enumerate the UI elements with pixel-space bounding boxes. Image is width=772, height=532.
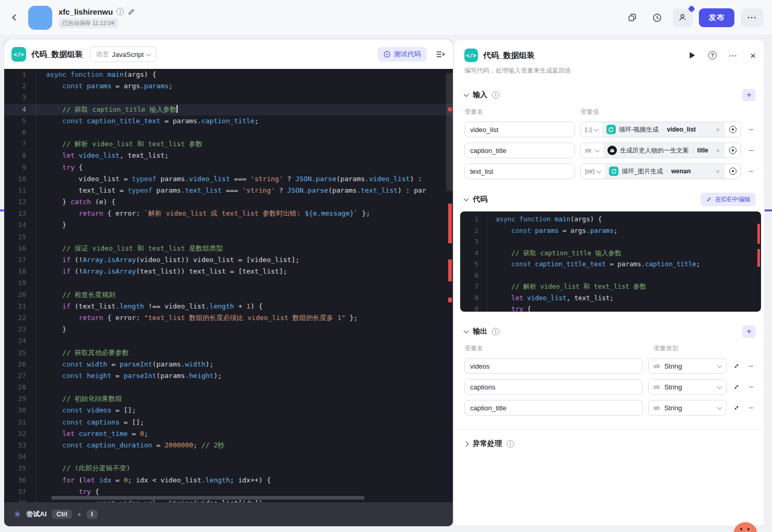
code-line[interactable]: 14 } (4, 219, 453, 231)
remove-output-button[interactable]: − (746, 362, 756, 371)
edit-icon[interactable] (127, 8, 135, 16)
expand-output-button[interactable] (732, 405, 741, 411)
input-var-name-field[interactable]: video_list (464, 122, 575, 137)
var-type-dropdown[interactable]: [□] (581, 122, 602, 137)
duplicate-button[interactable] (623, 8, 641, 27)
code-line[interactable]: 19 (4, 277, 453, 289)
output-var-type-select[interactable]: str.String (648, 358, 727, 374)
var-type-dropdown[interactable]: str. (581, 143, 603, 158)
value-settings-icon[interactable] (725, 122, 741, 137)
code-line[interactable]: 34 (4, 451, 453, 463)
line-number: 31 (4, 417, 37, 428)
code-line[interactable]: 1async function main(args) { (4, 69, 453, 80)
code-line[interactable]: 3 (4, 92, 453, 103)
publish-button[interactable]: 发布 (699, 8, 734, 27)
value-settings-icon[interactable] (725, 164, 741, 179)
code-line[interactable]: 22 return { error: "text_list 数组的长度必须比 v… (4, 312, 453, 324)
output-var-name-field[interactable]: videos (464, 358, 643, 374)
code-line[interactable]: 7 // 解析 video_list 和 text_list 参数 (4, 138, 453, 150)
remove-output-button[interactable]: − (746, 404, 756, 412)
output-var-type-select[interactable]: str.String (648, 379, 727, 395)
remove-reference-icon[interactable]: × (715, 168, 721, 175)
llm-node-icon (607, 146, 617, 155)
try-ai-button[interactable]: 尝试AI (26, 510, 46, 519)
value-settings-icon[interactable] (725, 143, 741, 158)
code-line[interactable]: 21 if (text_list.length !== video_list.l… (4, 301, 453, 312)
line-number: 30 (4, 405, 37, 416)
variable-reference-tag[interactable]: 生成历史人物的一生文案·title× (603, 143, 725, 158)
code-line[interactable]: 32 let current_time = 0; (4, 428, 453, 440)
code-line[interactable]: 27 const height = parseInt(params.height… (4, 370, 453, 382)
code-line[interactable]: 8 let video_list, text_list; (4, 150, 453, 161)
output-var-name-field[interactable]: caption_title (464, 400, 643, 416)
remove-input-button[interactable]: − (746, 125, 756, 134)
remove-input-button[interactable]: − (746, 167, 756, 176)
code-line[interactable]: 2 const params = args.params; (4, 80, 453, 92)
code-line[interactable]: 23 } (4, 324, 453, 335)
code-line[interactable]: 13 return { error: `解析 video_list 或 text… (4, 208, 453, 219)
code-line[interactable]: 4 // 获取 caption_title 输入参数 (4, 104, 453, 115)
expand-output-button[interactable] (732, 384, 741, 390)
collapse-code-icon[interactable] (464, 196, 469, 202)
code-line[interactable]: 11 text_list = typeof params.text_list =… (4, 185, 453, 196)
code-line[interactable]: 17 if (!Array.isArray(video_list)) video… (4, 254, 453, 266)
var-type-dropdown[interactable]: [str] (581, 164, 605, 179)
collaboration-button[interactable] (673, 8, 693, 27)
info-icon[interactable]: i (116, 8, 124, 15)
code-line[interactable]: 15 (4, 231, 453, 243)
code-line[interactable]: 31 const captions = []; (4, 417, 453, 428)
edit-in-ide-button[interactable]: 在IDE中编辑 (700, 193, 756, 206)
input-var-value-control[interactable]: [□]循环-视频生成·video_list× (580, 122, 741, 137)
output-var-type-select[interactable]: str.String (648, 400, 727, 416)
remove-reference-icon[interactable]: × (715, 147, 721, 155)
code-line[interactable]: 30 const videos = []; (4, 405, 453, 416)
run-node-button[interactable] (689, 52, 696, 59)
horizontal-scrollbar[interactable] (51, 496, 365, 500)
output-var-name-field[interactable]: captions (464, 379, 643, 395)
code-line[interactable]: 5 const caption_title_text = params.capt… (4, 115, 453, 127)
code-line[interactable]: 16 // 保证 video_list 和 text_list 是数组类型 (4, 243, 453, 254)
input-var-value-control[interactable]: [str]循环_图片生成·wenan× (580, 163, 741, 179)
code-line[interactable]: 29 // 初始化结果数组 (4, 393, 453, 405)
code-line[interactable]: 25 // 获取其他必要参数 (4, 347, 453, 359)
close-panel-button[interactable]: × (750, 51, 756, 61)
language-dropdown[interactable]: 语言 JavaScript (90, 46, 157, 62)
more-options-button[interactable]: ··· (741, 8, 764, 27)
add-output-button[interactable]: + (742, 325, 756, 338)
code-line[interactable]: 36 for (let idx = 0; idx < video_list.le… (4, 475, 453, 486)
code-line[interactable]: 28 (4, 382, 453, 393)
code-line[interactable]: 9 try { (4, 162, 453, 173)
code-line[interactable]: 33 const caption_duration = 2000000; // … (4, 440, 453, 451)
remove-output-button[interactable]: − (746, 383, 756, 392)
expand-output-button[interactable] (732, 363, 741, 369)
remove-reference-icon[interactable]: × (715, 126, 721, 134)
history-button[interactable] (648, 8, 666, 27)
code-line[interactable]: 6 (4, 127, 453, 138)
code-line[interactable]: 35 // (此部分逻辑不变) (4, 463, 453, 474)
variable-reference-tag[interactable]: 循环-视频生成·video_list× (602, 122, 725, 137)
code-line[interactable]: 18 if (!Array.isArray(text_list)) text_l… (4, 266, 453, 277)
code-line[interactable]: 20 // 检查长度规则 (4, 289, 453, 301)
node-more-button[interactable]: ··· (729, 52, 738, 60)
vertical-scrollbar[interactable] (446, 73, 453, 191)
back-button[interactable] (8, 11, 22, 25)
code-preview[interactable]: 1async function main(args) {2 const para… (460, 211, 761, 312)
test-code-button[interactable]: 测试代码 (378, 47, 427, 62)
code-line[interactable]: 12 } catch (e) { (4, 196, 453, 208)
add-input-button[interactable]: + (742, 89, 756, 101)
line-number: 35 (4, 463, 37, 474)
code-line[interactable]: 10 video_list = typeof params.video_list… (4, 173, 453, 185)
help-button[interactable]: ? (708, 51, 717, 60)
collapse-input-icon[interactable] (464, 92, 469, 97)
collapse-output-icon[interactable] (464, 328, 469, 334)
code-editor[interactable]: 1async function main(args) {2 const para… (4, 69, 453, 502)
code-line[interactable]: 26 const width = parseInt(params.width); (4, 359, 453, 370)
remove-input-button[interactable]: − (746, 146, 756, 155)
input-var-name-field[interactable]: text_list (464, 163, 575, 179)
input-var-value-control[interactable]: str.生成历史人物的一生文案·title× (580, 143, 741, 158)
expand-exception-icon[interactable] (464, 441, 469, 446)
input-var-name-field[interactable]: caption_title (464, 143, 575, 158)
code-line[interactable]: 24 (4, 335, 453, 347)
panel-toggle-button[interactable] (435, 50, 446, 59)
variable-reference-tag[interactable]: 循环_图片生成·wenan× (605, 164, 725, 179)
